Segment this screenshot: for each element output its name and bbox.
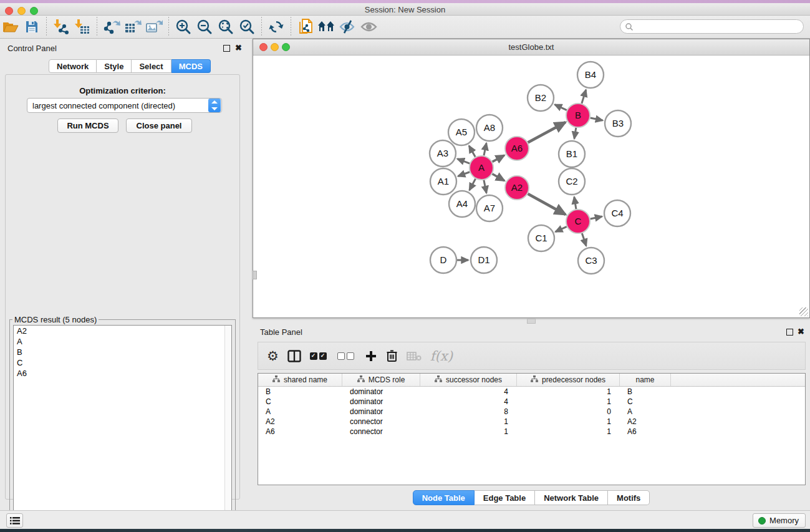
table-row[interactable]: A6connector11A6 — [258, 427, 805, 437]
network-window-titlebar[interactable]: testGlobe.txt — [253, 39, 809, 56]
zoom-in-icon[interactable] — [173, 17, 194, 36]
table-cell[interactable]: 1 — [517, 397, 620, 407]
graph-edge-A-A6[interactable] — [493, 155, 504, 162]
task-history-button[interactable] — [6, 513, 23, 528]
graph-node-D[interactable]: D — [430, 247, 456, 273]
graph-edge-B-B2[interactable] — [555, 105, 567, 110]
tab-motifs[interactable]: Motifs — [608, 490, 650, 505]
table-cell[interactable]: 4 — [420, 387, 517, 397]
save-session-icon[interactable] — [21, 17, 42, 36]
table-cell[interactable]: A — [620, 407, 671, 417]
graph-edge-A-A2[interactable] — [492, 174, 504, 181]
table-cell[interactable]: connector — [342, 427, 420, 437]
refresh-icon[interactable] — [266, 17, 287, 36]
export-table-icon[interactable] — [122, 17, 143, 36]
graph-node-A4[interactable]: A4 — [449, 191, 475, 217]
table-cell[interactable]: dominator — [342, 407, 420, 417]
table-cell[interactable]: A6 — [620, 427, 671, 437]
graph-edge-A2-C[interactable] — [528, 194, 566, 215]
unselect-all-columns-icon[interactable] — [337, 347, 356, 365]
table-cell[interactable]: A2 — [620, 417, 671, 427]
criterion-dropdown[interactable]: largest connected component (directed) — [27, 98, 222, 113]
table-row[interactable]: Bdominator41B — [258, 387, 805, 397]
run-mcds-button[interactable]: Run MCDS — [57, 118, 118, 133]
table-cell[interactable]: dominator — [342, 397, 420, 407]
graph-edge-B-B3[interactable] — [591, 118, 603, 120]
add-column-icon[interactable] — [365, 347, 377, 365]
graph-node-B2[interactable]: B2 — [528, 85, 554, 111]
new-network-from-selection-icon[interactable] — [295, 17, 316, 36]
float-table-panel-icon[interactable] — [786, 329, 793, 336]
network-canvas[interactable]: B4B2BB3A5A8A6A3B1AA1C2A2A4A7C4CC1C3DD1 — [253, 56, 809, 317]
splitter-collapse-handle[interactable] — [253, 271, 257, 279]
result-list-item[interactable]: A6 — [14, 368, 231, 379]
panel-divider-handle[interactable] — [527, 319, 536, 324]
graph-edge-B-B4[interactable] — [582, 90, 586, 104]
graph-edge-B-B1[interactable] — [574, 128, 576, 139]
graph-edge-A-A3[interactable] — [457, 159, 470, 163]
table-cell[interactable]: 0 — [517, 407, 620, 417]
graph-node-C1[interactable]: C1 — [528, 225, 554, 251]
graph-node-A5[interactable]: A5 — [448, 119, 475, 145]
graph-node-A7[interactable]: A7 — [476, 195, 503, 221]
graph-node-B4[interactable]: B4 — [577, 62, 604, 88]
table-cell[interactable]: A2 — [258, 417, 342, 427]
result-list-item[interactable]: C — [14, 357, 231, 368]
search-field[interactable] — [620, 19, 804, 34]
import-table-icon[interactable] — [72, 17, 93, 36]
close-panel-icon[interactable]: ✖ — [235, 43, 242, 52]
export-network-icon[interactable] — [101, 17, 122, 36]
split-columns-icon[interactable] — [287, 347, 301, 365]
graph-edge-C-C3[interactable] — [582, 233, 586, 246]
import-network-icon[interactable] — [51, 17, 72, 36]
table-row[interactable]: Cdominator41C — [258, 397, 805, 407]
table-cell[interactable]: 1 — [420, 417, 517, 427]
result-list-scrollbar[interactable] — [224, 326, 231, 527]
select-all-columns-icon[interactable] — [310, 347, 329, 365]
graph-node-A6[interactable]: A6 — [505, 137, 529, 160]
zoom-selected-icon[interactable] — [236, 17, 258, 36]
open-file-icon[interactable] — [0, 17, 21, 36]
table-cell[interactable]: B — [620, 387, 671, 397]
graph-edge-A-A4[interactable] — [470, 179, 476, 190]
close-panel-button[interactable]: Close panel — [126, 118, 192, 133]
table-row[interactable]: A2connector11A2 — [258, 417, 805, 427]
first-neighbors-icon[interactable] — [316, 17, 337, 36]
graph-node-B3[interactable]: B3 — [605, 110, 631, 137]
graph-edge-C-C1[interactable] — [556, 226, 567, 231]
graph-node-C3[interactable]: C3 — [578, 248, 604, 274]
close-table-panel-icon[interactable]: ✖ — [798, 327, 804, 336]
export-image-icon[interactable] — [143, 17, 165, 36]
float-panel-icon[interactable] — [223, 45, 230, 52]
graph-node-A3[interactable]: A3 — [430, 140, 456, 167]
tab-network-table[interactable]: Network Table — [535, 490, 608, 505]
hide-selected-icon[interactable] — [337, 17, 359, 36]
graph-node-B[interactable]: B — [566, 104, 590, 127]
table-cell[interactable]: 1 — [517, 427, 620, 437]
graph-node-C2[interactable]: C2 — [559, 168, 585, 195]
tab-style[interactable]: Style — [97, 59, 132, 73]
graph-node-A8[interactable]: A8 — [476, 115, 503, 141]
tab-select[interactable]: Select — [132, 59, 171, 73]
window-resize-grip[interactable] — [799, 307, 808, 316]
result-list-item[interactable]: A — [14, 336, 231, 347]
tab-network[interactable]: Network — [49, 59, 97, 73]
table-cell[interactable]: 8 — [420, 407, 517, 417]
memory-button[interactable]: Memory — [753, 513, 806, 528]
zoom-out-icon[interactable] — [194, 17, 215, 36]
tab-edge-table[interactable]: Edge Table — [475, 490, 535, 505]
graph-node-C4[interactable]: C4 — [604, 200, 630, 226]
tab-mcds[interactable]: MCDS — [171, 59, 211, 73]
result-list-item[interactable]: B — [14, 347, 231, 357]
zoom-fit-icon[interactable] — [215, 17, 236, 36]
table-cell[interactable]: A6 — [258, 427, 342, 437]
graph-edge-A-A7[interactable] — [484, 180, 486, 193]
graph-edge-A-A8[interactable] — [484, 143, 486, 155]
graph-edge-C-C2[interactable] — [574, 197, 576, 210]
table-cell[interactable]: 4 — [420, 397, 517, 407]
column-header-name[interactable]: name — [620, 374, 671, 386]
graph-node-A[interactable]: A — [470, 156, 493, 180]
search-input[interactable] — [634, 21, 803, 32]
graph-edge-A-A1[interactable] — [458, 172, 470, 177]
show-all-icon[interactable] — [359, 17, 380, 36]
